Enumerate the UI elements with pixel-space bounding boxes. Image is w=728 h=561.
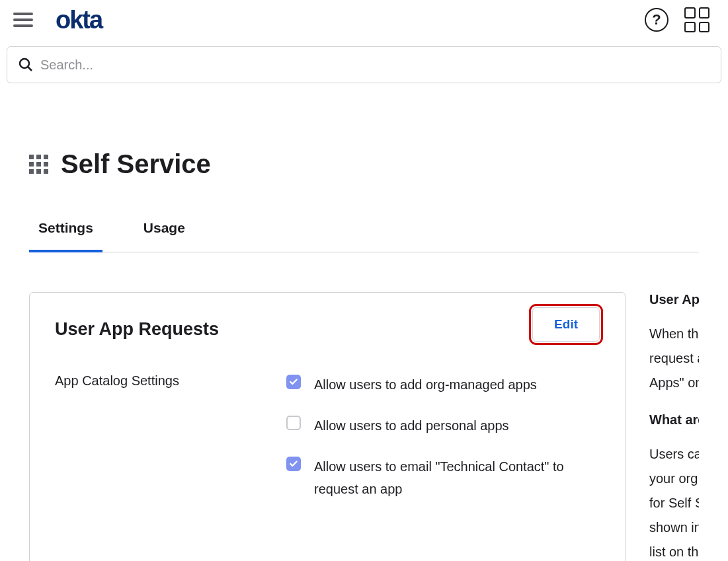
search-bar[interactable] — [7, 46, 721, 83]
svg-line-1 — [28, 67, 32, 71]
tabs: Settings Usage — [29, 220, 699, 252]
checkbox-org-managed[interactable] — [286, 375, 301, 389]
self-service-icon — [29, 155, 49, 174]
apps-launcher-icon[interactable] — [684, 7, 709, 32]
okta-logo[interactable]: okta — [56, 7, 102, 32]
card-title: User App Requests — [55, 319, 219, 340]
help-icon[interactable]: ? — [645, 8, 668, 32]
hamburger-menu-icon[interactable] — [13, 8, 37, 32]
app-header: okta ? — [0, 0, 728, 40]
page-title-row: Self Service — [29, 149, 699, 179]
search-input[interactable] — [40, 57, 710, 73]
sidebar-heading: User App Re — [649, 292, 699, 307]
checkbox-email-contact[interactable] — [286, 457, 301, 471]
checkbox-personal-apps[interactable] — [286, 416, 301, 430]
edit-button[interactable]: Edit — [532, 307, 600, 342]
checkbox-label: Allow users to add org-managed apps — [314, 373, 537, 396]
sidebar-text: When this isrequest appsApps" on the — [649, 322, 699, 395]
tab-usage[interactable]: Usage — [143, 220, 185, 252]
svg-point-0 — [20, 59, 29, 68]
page-title: Self Service — [61, 149, 211, 179]
checkbox-item: Allow users to add personal apps — [286, 414, 600, 437]
checkbox-list: Allow users to add org-managed apps Allo… — [286, 373, 600, 500]
search-icon — [18, 57, 34, 73]
app-catalog-settings-label: App Catalog Settings — [55, 373, 286, 500]
tab-settings[interactable]: Settings — [38, 220, 93, 252]
user-app-requests-card: User App Requests Edit App Catalog Setti… — [29, 292, 626, 561]
sidebar-text: Users can reyour org hasfor Self Servsho… — [649, 442, 699, 561]
checkbox-label: Allow users to add personal apps — [314, 414, 509, 437]
checkbox-label: Allow users to email "Technical Contact"… — [314, 455, 600, 500]
sidebar-heading: What are or — [649, 412, 699, 428]
checkbox-item: Allow users to add org-managed apps — [286, 373, 600, 396]
checkbox-item: Allow users to email "Technical Contact"… — [286, 455, 600, 500]
sidebar-info: User App Re When this isrequest appsApps… — [649, 292, 699, 561]
